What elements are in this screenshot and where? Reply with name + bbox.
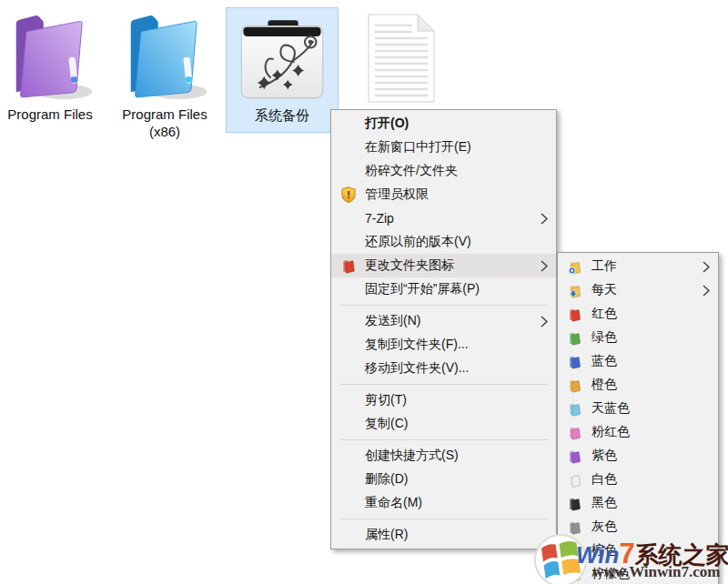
context-menu-item[interactable]: 复制(C)	[331, 412, 556, 436]
menu-item-label: 红色	[592, 306, 710, 322]
context-menu-item[interactable]: 在新窗口中打开(E)	[331, 136, 556, 159]
submenu-item[interactable]: 橙色	[558, 373, 718, 397]
context-menu-item[interactable]: 创建快捷方式(S)	[331, 444, 556, 468]
context-menu-item[interactable]: 剪切(T)	[331, 388, 556, 412]
color-folder-icon	[558, 378, 592, 393]
menu-item-label: 粉碎文件/文件夹	[365, 163, 548, 179]
menu-item-label: 创建快捷方式(S)	[365, 448, 548, 464]
menu-item-label: 蓝色	[592, 353, 710, 369]
submenu-item[interactable]: 红色	[558, 302, 718, 326]
color-folder-icon	[558, 496, 592, 511]
color-folder-icon	[558, 425, 592, 440]
menu-item-label: 橙色	[592, 377, 710, 393]
desktop-icon-program-files-x86[interactable]: Program Files (x86)	[116, 4, 214, 141]
submenu-arrow-icon	[703, 261, 710, 273]
submenu-item[interactable]: 紫色	[558, 444, 718, 468]
desktop-icon-label: Program Files	[2, 106, 98, 124]
submenu-arrow-icon	[541, 260, 548, 272]
context-menu-item[interactable]: 粉碎文件/文件夹	[331, 159, 556, 183]
blue-folder-icon	[116, 4, 214, 106]
desktop-icon-system-backup[interactable]: 系统备份	[226, 7, 339, 133]
menu-separator	[339, 384, 548, 385]
watermark-url: www.Winwin7.com	[592, 563, 720, 581]
menu-item-label: 属性(R)	[365, 527, 548, 543]
submenu-item[interactable]: 黑色	[558, 491, 718, 515]
menu-item-label: 工作	[592, 258, 703, 275]
menu-item-label: 重命名(M)	[365, 495, 548, 511]
decorated-folder-icon	[227, 12, 338, 106]
submenu-item[interactable]: 白色	[558, 468, 718, 491]
desktop-icon-document[interactable]	[360, 11, 442, 106]
submenu-item[interactable]: 天蓝色	[558, 397, 718, 420]
menu-item-label: 紫色	[592, 448, 710, 464]
context-menu-item[interactable]: 打开(O)	[331, 112, 556, 136]
everyday-folder-icon	[558, 283, 592, 298]
menu-item-label: 7-Zip	[365, 211, 541, 226]
menu-item-label: 还原以前的版本(V)	[365, 234, 548, 250]
submenu-item[interactable]: 工作	[558, 255, 718, 278]
context-menu-item[interactable]: !管理员权限	[331, 183, 556, 206]
menu-item-label: 发送到(N)	[365, 313, 541, 329]
menu-separator	[339, 519, 548, 519]
menu-item-label: 更改文件夹图标	[365, 257, 541, 274]
submenu-arrow-icon	[541, 213, 548, 225]
menu-item-label: 在新窗口中打开(E)	[365, 139, 548, 156]
context-menu-item[interactable]: 还原以前的版本(V)	[331, 230, 556, 254]
context-menu-item[interactable]: 属性(R)	[331, 523, 556, 547]
desktop-icon-program-files[interactable]: Program Files	[2, 4, 98, 124]
color-folder-icon	[558, 448, 592, 464]
uac-shield-icon: !	[331, 186, 365, 203]
menu-item-label: 粉红色	[592, 424, 710, 440]
desktop-icon-label: 系统备份	[227, 107, 338, 125]
context-menu-item[interactable]: 删除(D)	[331, 468, 556, 491]
submenu-item[interactable]: 粉红色	[558, 420, 718, 444]
menu-item-label: 黑色	[592, 495, 710, 511]
context-menu-item[interactable]: 发送到(N)	[331, 309, 556, 333]
color-folder-icon	[558, 401, 592, 417]
context-menu-item[interactable]: 固定到“开始”屏幕(P)	[331, 277, 556, 301]
submenu-arrow-icon	[703, 285, 710, 297]
work-folder-icon	[558, 259, 592, 275]
menu-separator	[339, 305, 548, 306]
submenu-item[interactable]: 每天	[558, 278, 718, 302]
submenu-arrow-icon	[541, 316, 548, 327]
menu-item-label: 打开(O)	[365, 116, 548, 132]
menu-item-label: 白色	[592, 471, 710, 488]
menu-item-label: 删除(D)	[365, 471, 548, 488]
menu-item-label: 移动到文件夹(V)...	[365, 360, 548, 377]
menu-item-label: 绿色	[592, 329, 710, 346]
menu-item-label: 固定到“开始”屏幕(P)	[365, 281, 548, 297]
red-folder-icon	[331, 257, 365, 274]
context-menu-item[interactable]: 复制到文件夹(F)...	[331, 333, 556, 357]
submenu-item[interactable]: 绿色	[558, 326, 718, 349]
menu-item-label: 复制到文件夹(F)...	[365, 337, 548, 353]
menu-item-label: 每天	[592, 282, 703, 298]
context-menu-item[interactable]: 更改文件夹图标	[331, 254, 556, 277]
menu-item-label: 灰色	[592, 519, 710, 535]
menu-item-label: 剪切(T)	[365, 392, 548, 408]
context-menu: 打开(O)在新窗口中打开(E)粉碎文件/文件夹!管理员权限7-Zip还原以前的版…	[330, 109, 557, 549]
text-document-icon	[360, 11, 442, 106]
color-folder-icon	[558, 330, 592, 346]
color-folder-icon	[558, 354, 592, 369]
desktop-icon-label: Program Files (x86)	[116, 106, 214, 141]
menu-item-label: 天蓝色	[592, 400, 710, 417]
color-folder-icon	[558, 472, 592, 488]
context-menu-item[interactable]: 移动到文件夹(V)...	[331, 357, 556, 380]
svg-text:!: !	[347, 189, 350, 200]
submenu-item[interactable]: 蓝色	[558, 349, 718, 373]
menu-separator	[339, 439, 548, 440]
context-menu-item[interactable]: 重命名(M)	[331, 491, 556, 515]
context-menu-item[interactable]: 7-Zip	[331, 206, 556, 230]
menu-item-label: 管理员权限	[365, 186, 548, 203]
color-folder-icon	[558, 307, 592, 322]
purple-folder-icon	[2, 4, 98, 106]
menu-item-label: 复制(C)	[365, 416, 548, 432]
